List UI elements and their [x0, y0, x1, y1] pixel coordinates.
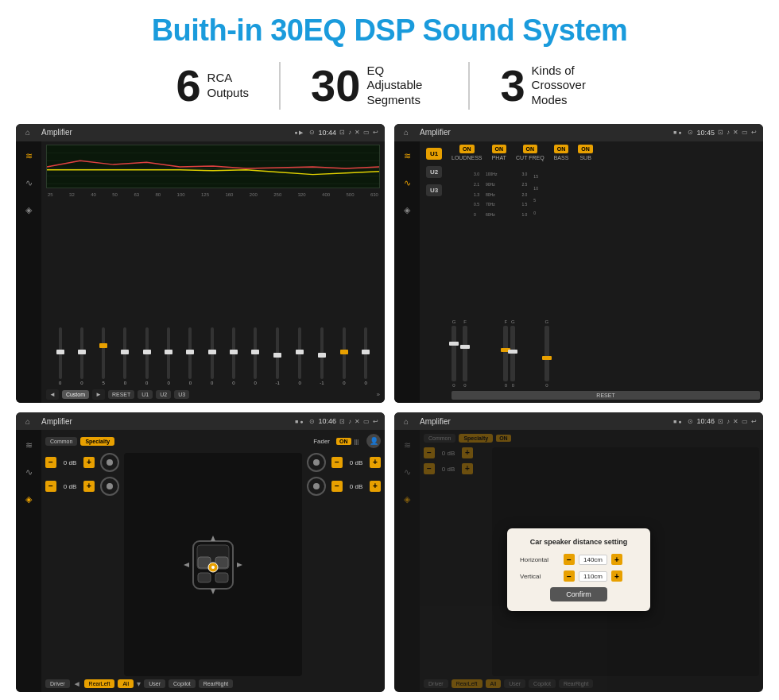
vertical-plus-button[interactable]: + [611, 570, 622, 582]
dialog-title: Car speaker distance setting [520, 538, 638, 546]
crossover-content: ≋ ∿ ◈ U1 U2 U3 ON LOUDNESS [394, 141, 763, 404]
close-icon-3: ✕ [355, 418, 360, 425]
location-icon-2: ⊙ [688, 129, 693, 136]
crossover-status-icons: ⊙ 10:45 ⊡ ♪ ✕ ▭ ↩ [688, 129, 757, 137]
distance-status-title: Amplifier [420, 417, 669, 426]
freq-list-3: 3.0 2.5 2.0 1.5 1.0 [521, 167, 527, 222]
eq-slider-9: 0 [232, 327, 235, 385]
loudness-on-btn[interactable]: ON [459, 145, 475, 153]
stat-eq-label: EQ AdjustableSegments [366, 64, 438, 108]
close-icon: ✕ [355, 129, 360, 136]
fader-on-badge[interactable]: ON [336, 438, 351, 445]
distance-common-btn: Common [424, 434, 455, 443]
cross-slider-f1: F 0 [463, 319, 467, 388]
bass-label: BASS [554, 155, 569, 160]
u1-btn[interactable]: U1 [426, 148, 442, 160]
freq-250: 250 [273, 192, 281, 197]
stat-eq-number: 30 [311, 64, 360, 108]
car-diagram [124, 453, 302, 676]
eq-sidebar-wave-icon[interactable]: ∿ [20, 175, 37, 192]
vertical-minus-button[interactable]: − [564, 570, 575, 582]
crossover-sidebar-speaker-icon[interactable]: ◈ [398, 202, 416, 219]
rearright-button[interactable]: RearRight [199, 679, 234, 688]
db-minus-4[interactable]: − [331, 481, 343, 492]
db-control-3: − 0 dB + [307, 453, 381, 472]
eq-u1-button[interactable]: U1 [138, 390, 153, 399]
fader-sidebar-eq-icon[interactable]: ≋ [20, 436, 37, 454]
crossover-reset-button[interactable]: RESET [452, 391, 760, 400]
db-minus-3[interactable]: − [331, 457, 343, 468]
cross-slider-g2: G 0 [510, 319, 515, 388]
home-icon-2: ⌂ [401, 127, 412, 138]
crossover-status-bar: ⌂ Amplifier ■ ● ⊙ 10:45 ⊡ ♪ ✕ ▭ ↩ [394, 124, 763, 141]
eq-status-title: Amplifier [41, 128, 289, 137]
eq-slider-4: 0 [123, 327, 126, 385]
u3-btn[interactable]: U3 [426, 184, 442, 196]
freq-list-4: 15 10 5 0 [533, 167, 538, 222]
eq-slider-8: 0 [211, 327, 214, 385]
fader-screen: ⌂ Amplifier ■ ● ⊙ 10:46 ⊡ ♪ ✕ ▭ ↩ ≋ ∿ ◈ [16, 412, 385, 692]
fader-sidebar: ≋ ∿ ◈ [16, 430, 41, 692]
eq-screen-content: ≋ ∿ ◈ [16, 141, 385, 404]
eq-u3-button[interactable]: U3 [174, 390, 189, 399]
db-minus-1[interactable]: − [45, 457, 56, 468]
crossover-main: U1 U2 U3 ON LOUDNESS ON PHAT [420, 141, 763, 404]
db-plus-2[interactable]: + [83, 481, 95, 492]
db-value-2: 0 dB [59, 483, 81, 490]
freq-25: 25 [48, 192, 53, 197]
eq-reset-button[interactable]: RESET [108, 390, 134, 399]
eq-sidebar-speaker-icon[interactable]: ◈ [20, 202, 37, 219]
cross-section-g3: G 0 [545, 167, 549, 389]
eq-custom-button[interactable]: Custom [62, 390, 89, 399]
crossover-sidebar-wave-icon[interactable]: ∿ [398, 175, 416, 192]
eq-slider-2: 0 [80, 327, 83, 385]
page-wrapper: Buith-in 30EQ DSP Sound System 6 RCAOutp… [0, 0, 779, 700]
horizontal-minus-button[interactable]: − [564, 554, 575, 565]
cutfreq-on-btn[interactable]: ON [523, 145, 538, 153]
all-button[interactable]: All [118, 679, 134, 688]
cross-slider-f2: F 0 [503, 319, 508, 388]
specialty-mode-button[interactable]: Specialty [80, 437, 114, 446]
eq-next-button[interactable]: ► [92, 389, 105, 400]
phat-on-btn[interactable]: ON [492, 145, 507, 153]
speaker-front-right-icon [307, 453, 326, 472]
back-icon-4: ↩ [751, 418, 757, 425]
horizontal-plus-button[interactable]: + [611, 554, 622, 565]
copilot-button[interactable]: Copilot [169, 679, 196, 688]
eq-sidebar-eq-icon[interactable]: ≋ [20, 148, 37, 165]
eq-u2-button[interactable]: U2 [156, 390, 171, 399]
crossover-sidebar-eq-icon[interactable]: ≋ [398, 148, 416, 165]
db-control-1: − 0 dB + [45, 453, 119, 472]
cross-section-g: G 0 [452, 167, 456, 389]
fader-bottom-row: Driver ◄ RearLeft All ▾ User Copilot Rea… [45, 679, 381, 688]
db-plus-3[interactable]: + [370, 457, 381, 468]
u2-btn[interactable]: U2 [426, 166, 442, 178]
freq-400: 400 [322, 192, 330, 197]
fader-sidebar-speaker-icon[interactable]: ◈ [20, 490, 37, 508]
close-icon-4: ✕ [733, 418, 738, 425]
db-plus-1[interactable]: + [83, 457, 95, 468]
fader-sidebar-wave-icon[interactable]: ∿ [20, 463, 37, 481]
bass-on-btn[interactable]: ON [554, 145, 569, 153]
db-minus-2[interactable]: − [45, 481, 56, 492]
common-mode-button[interactable]: Common [45, 437, 77, 446]
phat-control: ON PHAT [492, 145, 507, 160]
svg-marker-15 [211, 589, 215, 594]
fader-person-icon: 👤 [366, 434, 381, 448]
distance-status-bar: ⌂ Amplifier ■ ● ⊙ 10:46 ⊡ ♪ ✕ ▭ ↩ [394, 412, 763, 430]
vertical-row: Vertical − 110cm + [520, 570, 638, 582]
confirm-button[interactable]: Confirm [550, 587, 607, 601]
rearleft-button[interactable]: RearLeft [84, 679, 115, 688]
svg-marker-17 [237, 563, 242, 567]
vertical-label: Vertical [520, 573, 560, 580]
driver-button[interactable]: Driver [45, 679, 70, 688]
sub-on-btn[interactable]: ON [578, 145, 593, 153]
loudness-label: LOUDNESS [452, 155, 483, 160]
distance-specialty-btn: Specialty [459, 434, 493, 443]
close-icon-2: ✕ [733, 129, 738, 136]
camera-icon-2: ⊡ [718, 129, 723, 136]
user-button[interactable]: User [144, 679, 165, 688]
eq-prev-button[interactable]: ◄ [46, 389, 59, 400]
eq-slider-10: 0 [254, 327, 257, 385]
db-plus-4[interactable]: + [370, 481, 381, 492]
